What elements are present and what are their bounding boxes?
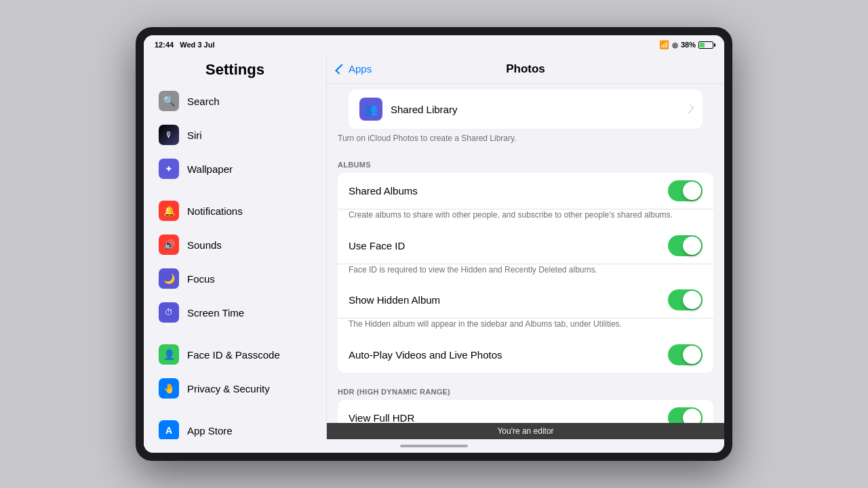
wifi-icon: 📶	[659, 40, 669, 49]
shared-albums-thumb	[683, 182, 701, 200]
date-display: Wed 3 Jul	[180, 41, 214, 49]
chevron-right-icon	[685, 104, 694, 113]
sidebar-item-search[interactable]: 🔍 Search	[148, 85, 322, 117]
sidebar-label-focus: Focus	[187, 273, 215, 285]
notifications-icon: 🔔	[159, 201, 179, 221]
auto-play-label: Auto-Play Videos and Live Photos	[349, 349, 502, 361]
shared-library-icon: 👥	[359, 98, 382, 121]
sidebar-item-wallpaper[interactable]: ✦ Wallpaper	[148, 152, 322, 185]
auto-play-toggle[interactable]	[668, 344, 703, 365]
section-hdr: HDR (HIGH DYNAMIC RANGE) View Full HDR A…	[327, 378, 724, 423]
face-id-label: Use Face ID	[349, 240, 405, 251]
home-indicator	[400, 445, 468, 447]
screen-time-icon: ⏱	[159, 302, 179, 323]
row-shared-albums[interactable]: Shared Albums	[338, 173, 713, 209]
sidebar-label-notifications: Notifications	[187, 205, 243, 217]
sidebar-item-notifications[interactable]: 🔔 Notifications	[148, 195, 322, 227]
sidebar-label-search: Search	[187, 96, 220, 107]
tablet-frame: 12:44 Wed 3 Jul 📶 ◎ 38% Settings 🔍	[136, 27, 732, 461]
hidden-album-toggle[interactable]	[668, 289, 703, 310]
tablet-screen: 12:44 Wed 3 Jul 📶 ◎ 38% Settings 🔍	[144, 35, 724, 453]
time-display: 12:44	[155, 41, 174, 49]
sidebar-label-privacy: Privacy & Security	[187, 383, 270, 394]
sidebar-label-face-id: Face ID & Passcode	[187, 349, 280, 361]
toast-text: You're an editor	[497, 426, 553, 436]
albums-group: Shared Albums Create albums to share wit…	[338, 173, 713, 373]
sidebar-item-siri[interactable]: 🎙 Siri	[148, 119, 322, 151]
siri-icon: 🎙	[159, 125, 179, 145]
shared-albums-desc: Create albums to share with other people…	[338, 209, 713, 228]
wallpaper-icon: ✦	[159, 159, 179, 179]
sidebar-item-sounds[interactable]: 🔊 Sounds	[148, 228, 322, 261]
face-id-desc: Face ID is required to view the Hidden a…	[338, 264, 713, 283]
sidebar-label-sounds: Sounds	[187, 239, 222, 251]
sidebar-item-privacy[interactable]: 🤚 Privacy & Security	[148, 372, 322, 405]
row-view-hdr[interactable]: View Full HDR	[338, 400, 713, 423]
sidebar: Settings 🔍 Search 🎙 Siri ✦ Wallpaper	[144, 54, 327, 439]
sidebar-label-screen-time: Screen Time	[187, 307, 244, 319]
face-id-toggle[interactable]	[668, 235, 703, 256]
sidebar-label-wallpaper: Wallpaper	[187, 163, 233, 175]
sidebar-label-app-store: App Store	[187, 425, 233, 436]
search-icon: 🔍	[159, 91, 179, 111]
panel-content: 👥 Shared Library Turn on iCloud Photos t…	[327, 84, 724, 423]
shared-library-row[interactable]: 👥 Shared Library	[349, 89, 703, 129]
view-hdr-thumb	[683, 409, 701, 423]
sidebar-label-siri: Siri	[187, 129, 202, 141]
hidden-album-desc: The Hidden album will appear in the side…	[338, 319, 713, 337]
face-id-thumb	[683, 237, 701, 255]
row-face-id[interactable]: Use Face ID	[338, 228, 713, 264]
shared-library-label: Shared Library	[391, 104, 679, 115]
bottom-bar	[144, 439, 724, 453]
auto-play-thumb	[683, 346, 701, 364]
sidebar-item-app-store[interactable]: A App Store	[148, 414, 322, 439]
sounds-icon: 🔊	[159, 235, 179, 255]
sidebar-item-focus[interactable]: 🌙 Focus	[148, 262, 322, 295]
focus-icon: 🌙	[159, 268, 179, 289]
sidebar-title: Settings	[144, 54, 326, 84]
section-albums: ALBUMS Shared Albums Create albums to sh…	[327, 151, 724, 373]
shared-library-group: 👥 Shared Library	[338, 89, 713, 129]
main-panel: Apps Photos 👥 Shared Library Turn on	[327, 54, 724, 439]
location-icon: ◎	[672, 41, 678, 49]
hdr-section-label: HDR (HIGH DYNAMIC RANGE)	[327, 378, 724, 400]
albums-section-label: ALBUMS	[327, 151, 724, 173]
battery-percent: 38%	[681, 41, 696, 49]
panel-title: Photos	[506, 62, 545, 76]
view-hdr-toggle[interactable]	[668, 407, 703, 423]
face-id-icon: 👤	[159, 344, 179, 365]
toast-bar: You're an editor	[327, 423, 724, 439]
shared-albums-label: Shared Albums	[349, 185, 418, 197]
back-label: Apps	[349, 63, 372, 75]
status-icons: 📶 ◎ 38%	[659, 40, 713, 49]
shared-library-desc: Turn on iCloud Photos to create a Shared…	[327, 130, 724, 151]
status-bar: 12:44 Wed 3 Jul 📶 ◎ 38%	[144, 35, 724, 54]
chevron-left-icon	[335, 64, 346, 75]
view-hdr-label: View Full HDR	[349, 412, 414, 423]
row-auto-play[interactable]: Auto-Play Videos and Live Photos	[338, 337, 713, 373]
back-button[interactable]: Apps	[338, 63, 372, 75]
sidebar-item-screen-time[interactable]: ⏱ Screen Time	[148, 296, 322, 329]
panel-header: Apps Photos	[327, 54, 724, 84]
battery-fill	[700, 43, 705, 47]
hdr-group: View Full HDR Automatically adjust the d…	[338, 400, 713, 423]
status-time: 12:44 Wed 3 Jul	[155, 41, 214, 49]
privacy-icon: 🤚	[159, 378, 179, 399]
shared-albums-toggle[interactable]	[668, 180, 703, 201]
hidden-album-label: Show Hidden Album	[349, 294, 440, 306]
row-hidden-album[interactable]: Show Hidden Album	[338, 282, 713, 319]
app-store-icon: A	[159, 420, 179, 439]
sidebar-item-face-id[interactable]: 👤 Face ID & Passcode	[148, 338, 322, 371]
battery-icon	[698, 41, 713, 49]
hidden-album-thumb	[683, 291, 701, 309]
content-area: Settings 🔍 Search 🎙 Siri ✦ Wallpaper	[144, 54, 724, 439]
